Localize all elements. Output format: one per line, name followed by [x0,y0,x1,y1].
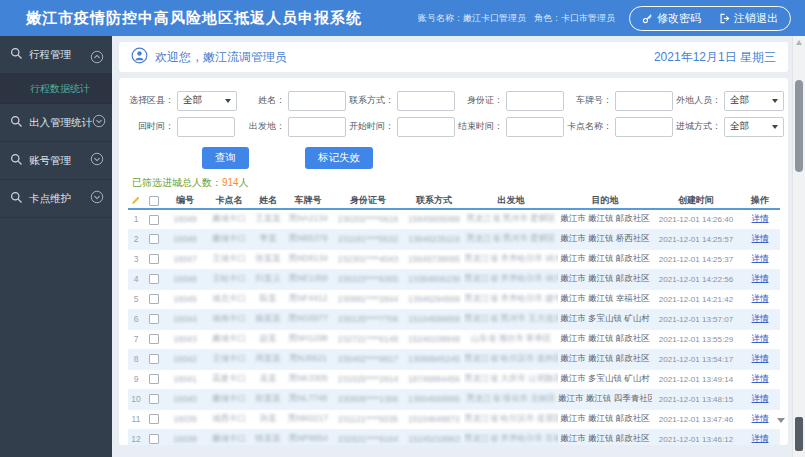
cell-text: 黑NH1298 [288,333,328,343]
cell-checkpoint: 嫩城卡口 [206,209,252,229]
detail-link[interactable]: 详情 [752,333,769,343]
cell-text: 231025****2914 [338,374,399,384]
filter-input[interactable] [615,117,673,137]
logout-button[interactable]: 注销退出 [719,11,778,26]
row-number: 6 [134,314,139,324]
filter-field: 身份证： [457,90,564,111]
cell-created: 2021-12-01 14:26:40 [652,209,740,229]
summary-count: 914 [222,177,239,188]
cell-text: 黑龙江省 齐齐哈尔市 富裕县 [464,433,558,443]
filter-input[interactable] [177,117,235,137]
row-checkbox[interactable] [149,334,159,344]
change-password-button[interactable]: 修改密码 [642,11,701,26]
sidebar-item[interactable]: 账号管理 [0,142,112,180]
detail-link[interactable]: 详情 [752,293,769,303]
sidebar-menu: 行程管理 行程数据统计 出入管理统计 账号管理 卡点维护 [0,36,112,218]
select-all-checkbox[interactable] [149,196,159,206]
cell-operation: 详情 [740,229,780,249]
cell-text: 主城卡口 [212,353,246,363]
scrollbar-up-icon[interactable] [796,40,802,45]
sidebar-item-label: 卡点维护 [29,192,71,206]
sidebar-item[interactable]: 出入管理统计 [0,104,112,142]
cell-idcard: 231121****5035 [332,409,404,429]
cell-origin: 黑龙江省 齐齐哈尔市 讷河市 [464,249,558,269]
avatar-icon [131,47,148,68]
cell-text: 城北卡口 [212,293,246,303]
detail-link[interactable]: 详情 [752,393,769,403]
scrollbar-thumb[interactable] [795,80,803,172]
sidebar-subitem[interactable]: 行程数据统计 [0,74,112,104]
detail-link[interactable]: 详情 [752,373,769,383]
cell-text: 城西卡口 [212,413,246,423]
row-checkbox[interactable] [149,394,159,404]
page-scrollbar[interactable] [792,36,805,457]
cell-plate: 黑NL7748 [284,389,332,409]
filter-label: 联系方式： [348,94,394,107]
filter-select[interactable]: 全部 [724,117,784,137]
filter-input[interactable] [506,91,564,111]
filter-label: 身份证： [457,94,503,107]
cell-text: 16044 [173,314,197,324]
row-checkbox[interactable] [149,414,159,424]
filter-select[interactable]: 全部 [177,91,237,111]
detail-link[interactable]: 详情 [752,253,769,263]
cell-destination: 嫩江市 嫩江镇 邮政社区 [558,269,652,289]
row-checkbox[interactable] [149,254,159,264]
detail-link[interactable]: 详情 [752,313,769,323]
button-row: 查询 标记失效 [202,147,779,169]
mark-invalid-button[interactable]: 标记失效 [305,147,373,169]
cell-plate: 黑NJ6621 [284,349,332,369]
account-name-label: 账号名称：嫩江卡口管理员 [418,12,526,25]
detail-link[interactable]: 详情 [752,233,769,243]
sidebar-item[interactable]: 行程管理 [0,36,112,74]
cell-name: 郑某某 [252,389,284,409]
table-scroll-down-icon[interactable] [777,418,785,423]
row-checkbox[interactable] [149,314,159,324]
cell-text: 黑龙江省 黑河市 爱辉区 [466,213,556,223]
cell-name: 陈某 [252,289,284,309]
cell-text: 230606****1366 [338,394,399,404]
cell-text: 232721****6148 [338,334,399,344]
cell-text: 13604569985 [408,394,460,404]
filter-input[interactable] [506,117,564,137]
cell-origin: 黑龙江省 齐齐哈尔市 讷河市 [464,269,558,289]
detail-link[interactable]: 详情 [752,353,769,363]
filter-input[interactable] [288,91,346,111]
sidebar-item[interactable]: 卡点维护 [0,180,112,218]
cell-text: 16048 [173,234,197,244]
cell-phone: 15845605088 [404,209,464,229]
cell-origin: 黑龙江省 大庆市 让胡路区 [464,369,558,389]
scrollbar-bottom-segment[interactable] [795,417,803,451]
cell-text: 黑龙江省 齐齐哈尔市 建华区 [464,293,558,303]
query-button[interactable]: 查询 [202,147,249,169]
cell-plate: 黑NH1298 [284,329,332,349]
detail-link[interactable]: 详情 [752,413,769,423]
cell-text: 陈某 [260,293,277,303]
row-checkbox[interactable] [149,294,159,304]
table-row: 7 16043嫩城卡口赵某黑NH1298232721****6148152461… [128,329,780,349]
cell-plate: 黑NB5378 [284,229,332,249]
chevron-icon [90,46,104,64]
filter-input[interactable] [397,117,455,137]
row-checkbox[interactable] [149,234,159,244]
filter-input[interactable] [288,117,346,137]
detail-link[interactable]: 详情 [752,433,769,443]
row-checkbox[interactable] [149,215,159,225]
cell-idcard: 230881****2844 [332,289,404,309]
filter-select[interactable]: 全部 [724,91,784,111]
row-checkbox[interactable] [149,274,159,284]
row-checkbox[interactable] [149,374,159,384]
detail-link[interactable]: 详情 [752,273,769,283]
cell-plate: 黑NA2134 [284,209,332,229]
row-checkbox[interactable] [149,354,159,364]
chevron-down-icon [772,125,778,129]
cell-created: 2021-12-01 13:54:17 [652,349,740,369]
account-actions-pill: 修改密码 注销退出 [629,6,791,31]
filter-input[interactable] [397,91,455,111]
detail-link[interactable]: 详情 [752,213,769,223]
cell-text: 刘某义 [255,273,281,283]
row-checkbox[interactable] [149,434,159,444]
filter-field: 联系方式： [348,90,455,111]
filter-input[interactable] [615,91,673,111]
table-row: 12 16038嫩城卡口钱某某黑NP8854232621****91641524… [128,429,780,445]
